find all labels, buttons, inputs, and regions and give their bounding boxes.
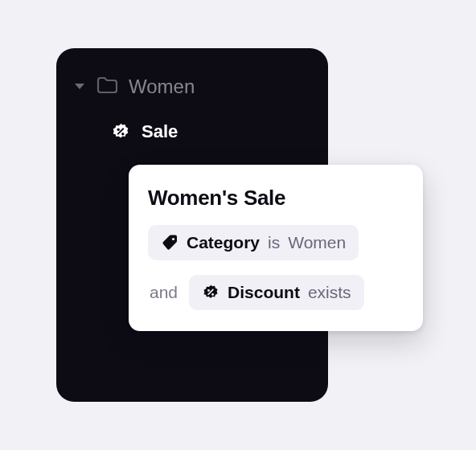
tree-item-sale[interactable]: Sale [74, 114, 310, 149]
rule-chip-category[interactable]: Category is Women [148, 225, 359, 260]
tree-item-women[interactable]: Women [74, 69, 310, 104]
rule-field: Category [187, 233, 260, 252]
discount-badge-icon [202, 284, 220, 301]
tree-item-label: Sale [142, 121, 178, 142]
rule-op: exists [308, 283, 351, 302]
popup-title: Women's Sale [148, 186, 404, 211]
rule-field: Discount [228, 283, 300, 302]
rule-value: Women [288, 233, 346, 252]
rule-conjunction: and [148, 283, 178, 302]
svg-point-0 [117, 129, 120, 131]
chevron-down-icon [74, 81, 85, 92]
svg-point-1 [121, 133, 124, 135]
discount-badge-icon [111, 122, 130, 141]
svg-point-3 [172, 238, 174, 240]
rule-op: is [268, 233, 280, 252]
folder-icon [96, 76, 117, 97]
rule-row-category: Category is Women [148, 225, 404, 260]
tree-item-label: Women [129, 76, 195, 98]
rule-chip-discount[interactable]: Discount exists [189, 275, 364, 310]
rule-popup: Women's Sale Category is Women and Disco… [129, 165, 423, 331]
rule-row-discount: and Discount exists [148, 275, 404, 310]
svg-point-5 [211, 293, 214, 296]
svg-point-4 [207, 289, 210, 292]
tag-icon [161, 234, 178, 252]
